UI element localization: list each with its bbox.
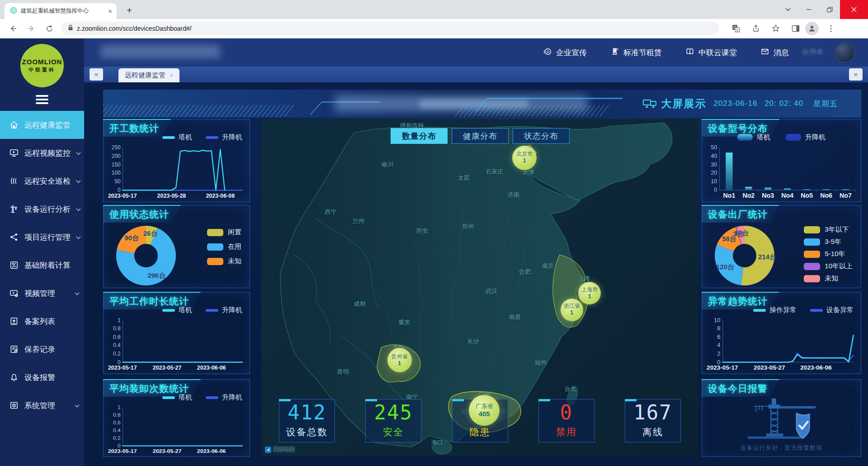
legend-item: 塔机 — [162, 133, 192, 142]
svg-text:0.4: 0.4 — [113, 342, 121, 348]
sidebar-item[interactable]: 基础附着计算 — [0, 251, 84, 279]
legend-item: 3-5年 — [804, 238, 853, 246]
browser-menu-kebab-icon[interactable] — [823, 21, 839, 36]
svg-text:200: 200 — [112, 153, 121, 159]
sidebar-item[interactable]: 项目运行管理 — [0, 223, 84, 251]
map-mode-button[interactable]: 数量分布 — [391, 128, 448, 144]
device-age-donut-chart: 214台120台58台3台17台 — [709, 224, 780, 287]
svg-text:10: 10 — [711, 179, 717, 185]
profile-avatar[interactable] — [805, 22, 819, 35]
sidebar-item[interactable]: 远程安全巡检 — [0, 167, 84, 195]
svg-text:1: 1 — [118, 404, 121, 410]
legend-label: 闲置 — [228, 228, 241, 237]
menu-toggle-icon[interactable] — [36, 95, 48, 106]
map-city-label: 武汉 — [486, 287, 497, 295]
workspace-tabbar: « 远程健康监管 × » — [84, 67, 868, 82]
topnav-item[interactable]: 消息 — [760, 47, 789, 58]
svg-text:0.2: 0.2 — [113, 351, 121, 357]
window-menu-chevron-icon[interactable] — [778, 0, 798, 19]
map-city-label: 太原 — [458, 174, 470, 182]
svg-text:No4: No4 — [781, 192, 793, 199]
legend-item: 升降机 — [206, 393, 242, 402]
panel-title: 使用状态统计 — [103, 205, 181, 223]
legend-label: 在用 — [228, 243, 241, 251]
share-icon[interactable] — [748, 21, 764, 36]
map-mode-button[interactable]: 状态分布 — [513, 128, 570, 144]
legend-swatch — [162, 396, 175, 399]
svg-text:0.2: 0.2 — [113, 435, 121, 441]
legend-item: 闲置 — [207, 228, 241, 237]
stat-value: 245 — [366, 399, 421, 426]
url-bar[interactable]: z.zoomlion.com/scc/devicesDashboard#/ — [61, 22, 719, 35]
legend-swatch — [786, 134, 801, 141]
back-button[interactable] — [5, 21, 21, 36]
marker-province-name: 上海市 — [581, 287, 598, 293]
sidebar-item[interactable]: 系统管理 — [0, 391, 84, 419]
sidebar-item[interactable]: 设备运行分析 — [0, 195, 84, 223]
chart-legend: 操作异常设备异常 — [753, 306, 854, 314]
sidebar-item[interactable]: 设备报警 — [0, 363, 84, 391]
forward-button[interactable] — [24, 21, 39, 36]
map-province-marker[interactable]: 广东省405 — [469, 395, 500, 426]
browser-tab[interactable]: 建筑起重机械智慧指挥中心 × — [5, 3, 117, 19]
monitor-icon — [9, 148, 19, 158]
big-screen-button[interactable]: 大屏展示 — [643, 97, 706, 111]
tabs-scroll-right-button[interactable]: » — [849, 68, 863, 81]
dashboard-banner: 大屏展示 2023-06-16 20: 02: 40 星期五 — [103, 90, 861, 118]
sidebar-item[interactable]: 远程健康监管 — [0, 111, 84, 139]
translate-icon[interactable]: G文 — [728, 21, 744, 36]
legend-item: 未知 — [804, 274, 853, 283]
sidebar-item-label: 基础附着计算 — [24, 260, 71, 271]
svg-text:0.6: 0.6 — [113, 334, 121, 340]
svg-text:2023-06-08: 2023-06-08 — [206, 193, 235, 199]
map-city-label: 上海 — [578, 274, 590, 282]
legend-item: 塔机 — [737, 133, 770, 142]
map-mode-button[interactable]: 健康分布 — [452, 128, 509, 144]
svg-text:No5: No5 — [801, 192, 813, 199]
map-province-marker[interactable]: 浙江省1 — [561, 299, 583, 321]
sidebar-item[interactable]: 保养记录 — [0, 335, 84, 363]
map-province-marker[interactable]: 北京市1 — [512, 146, 537, 170]
map-province-marker[interactable]: 上海市1 — [578, 282, 601, 304]
china-map[interactable]: 呼和浩特银川太原石家庄天津济南西宁兰州西安郑州南京合肥上海武汉成都重庆南昌长沙贵… — [261, 119, 698, 456]
workspace-tab-active[interactable]: 远程健康监管 × — [118, 68, 179, 82]
sidebar-item-label: 项目运行管理 — [24, 232, 71, 243]
reload-button[interactable] — [42, 21, 57, 36]
svg-text:0.8: 0.8 — [113, 325, 121, 332]
url-text[interactable]: z.zoomlion.com/scc/devicesDashboard#/ — [77, 25, 192, 32]
sidebar-item[interactable]: 视频管理 — [0, 279, 84, 307]
window-minimize-button[interactable] — [798, 0, 819, 19]
topnav-item[interactable]: 标准节租赁 — [610, 47, 662, 58]
panel-usage-status: 使用状态统计 26台296台90台 闲置在用未知 — [103, 205, 250, 288]
lock-icon — [68, 24, 73, 33]
workspace-tab-close-icon[interactable]: × — [170, 72, 173, 79]
legend-item: 升降机 — [206, 133, 242, 142]
bookmark-star-icon[interactable] — [768, 21, 783, 36]
chart-legend: 3年以下3-5年5-10年10年以上未知 — [804, 225, 853, 283]
legend-label: 塔机 — [757, 133, 770, 142]
marker-device-count: 405 — [479, 410, 490, 418]
alarm-empty-text: 设备运行良好，暂无报警数据 — [741, 444, 823, 452]
amap-label: 高德地图 — [273, 446, 295, 453]
svg-text:120台: 120台 — [716, 263, 734, 271]
topnav-item[interactable]: 中联云课堂 — [685, 47, 737, 58]
window-restore-button[interactable] — [819, 0, 840, 19]
topnav-item[interactable]: 企企业宣传 — [543, 47, 587, 58]
dual-monitor-icon — [643, 99, 656, 109]
map-city-label: 南京 — [542, 262, 554, 270]
top-strip — [84, 82, 868, 90]
tab-close-icon[interactable]: × — [108, 7, 112, 15]
user-avatar[interactable] — [835, 43, 854, 62]
sidebar-item[interactable]: 备案列表 — [0, 307, 84, 335]
window-close-button[interactable] — [840, 0, 868, 19]
stat-label: 禁用 — [539, 426, 594, 438]
map-province-marker[interactable]: 贵州省1 — [387, 348, 412, 372]
sidebar-item[interactable]: 远程视频监控 — [0, 139, 84, 167]
legend-item: 操作异常 — [753, 306, 797, 314]
side-panel-icon[interactable] — [788, 21, 803, 36]
tabs-scroll-left-button[interactable]: « — [90, 68, 103, 81]
svg-text:0: 0 — [714, 187, 717, 193]
stat-label: 安全 — [366, 426, 421, 438]
new-tab-button[interactable]: + — [123, 5, 136, 17]
map-city-label: 石家庄 — [486, 168, 503, 176]
